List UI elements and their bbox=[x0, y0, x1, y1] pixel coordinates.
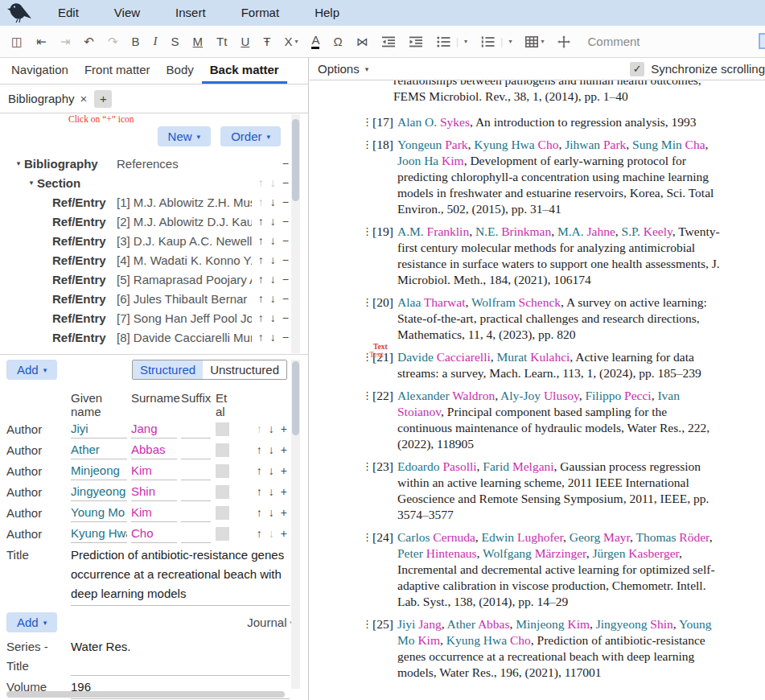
remove-icon[interactable]: − bbox=[282, 273, 289, 286]
remove-icon[interactable]: − bbox=[282, 253, 289, 266]
move-down-icon[interactable]: ↓ bbox=[270, 292, 276, 305]
tree-row-ref-entry[interactable]: Ref/Entry [4] M. Wadati K. Konno Y.I ↑ ↓… bbox=[0, 250, 308, 270]
given-name-input[interactable]: Jingyeong bbox=[71, 483, 127, 501]
move-up-icon[interactable]: ↑ bbox=[258, 253, 264, 266]
editor-scrollbar[interactable] bbox=[291, 360, 300, 689]
special-character-icon[interactable]: Ω bbox=[333, 35, 342, 47]
options-dropdown[interactable]: Options ▾ bbox=[318, 62, 368, 76]
tree-row-section[interactable]: ▾ Section ↑ ↓ − bbox=[0, 173, 308, 192]
move-down-icon[interactable]: ↓ bbox=[270, 273, 276, 286]
move-up-icon[interactable]: ↑ bbox=[258, 273, 264, 286]
reference-body[interactable]: Carlos Cernuda, Edwin Lughofer, Georg Ma… bbox=[397, 529, 721, 610]
series-title-input[interactable]: Water Res. bbox=[71, 637, 290, 676]
partial-button[interactable] bbox=[759, 33, 765, 49]
small-caps-icon[interactable]: M bbox=[193, 35, 204, 47]
menu-item[interactable]: Insert bbox=[158, 0, 224, 26]
tree-scrollbar-thumb[interactable] bbox=[292, 119, 299, 201]
add-field-button[interactable]: Add ▾ bbox=[6, 360, 57, 380]
add-author-icon[interactable]: + bbox=[281, 422, 287, 435]
reference-body[interactable]: A.M. Franklin, N.E. Brinkman, M.A. Jahne… bbox=[397, 224, 721, 288]
math-menu-button[interactable]: X ▾ bbox=[284, 35, 298, 47]
given-name-input[interactable]: Jiyi bbox=[71, 420, 127, 439]
drag-handle-icon[interactable]: ⋮ bbox=[362, 224, 372, 288]
italic-icon[interactable]: I bbox=[154, 35, 158, 47]
redo-icon[interactable]: ↷ bbox=[108, 35, 118, 47]
menu-item[interactable]: View bbox=[97, 0, 158, 26]
surname-input[interactable]: Jang bbox=[131, 420, 177, 439]
reference-body[interactable]: Alaa Tharwat, Wolfram Schenck, A survey … bbox=[397, 294, 721, 343]
indent-icon[interactable] bbox=[409, 36, 423, 47]
underline-icon[interactable]: U bbox=[241, 35, 249, 47]
tree-scrollbar[interactable] bbox=[291, 114, 300, 353]
move-up-icon[interactable]: ↑ bbox=[258, 311, 264, 324]
undo-icon[interactable]: ↶ bbox=[84, 35, 94, 47]
toggle-structured[interactable]: Structured bbox=[133, 360, 203, 379]
synchronize-scrolling-checkbox[interactable]: ✓ bbox=[630, 62, 644, 76]
move-down-icon[interactable]: ↓ bbox=[270, 253, 276, 266]
remove-icon[interactable]: − bbox=[282, 311, 289, 324]
remove-icon[interactable]: − bbox=[282, 234, 289, 247]
remove-icon[interactable]: − bbox=[282, 176, 289, 189]
tree-row-ref-entry[interactable]: Ref/Entry [5] Ramaprasad Poojary A ↑ ↓ − bbox=[0, 270, 308, 289]
new-button[interactable]: New ▾ bbox=[158, 126, 212, 146]
drag-handle-icon[interactable]: ⋮ bbox=[362, 616, 372, 681]
add-author-icon[interactable]: + bbox=[281, 527, 287, 540]
move-up-icon[interactable]: ↑ bbox=[257, 527, 262, 540]
tree-row-ref-entry[interactable]: Ref/Entry [1] M.J. Ablowitz Z.H. Mus ↑ ↓… bbox=[0, 192, 308, 212]
remove-icon[interactable]: − bbox=[282, 157, 289, 170]
add-tab-button[interactable]: + bbox=[94, 90, 112, 108]
et-al-checkbox[interactable] bbox=[216, 485, 229, 499]
remove-icon[interactable]: − bbox=[282, 196, 289, 208]
toggle-unstructured[interactable]: Unstructured bbox=[203, 360, 286, 379]
et-al-checkbox[interactable] bbox=[216, 443, 229, 457]
left-tab[interactable]: Back matter bbox=[202, 58, 287, 84]
chevron-down-icon[interactable]: ▾ bbox=[13, 159, 24, 167]
et-al-checkbox[interactable] bbox=[216, 527, 229, 541]
move-up-icon[interactable]: ↑ bbox=[258, 234, 264, 247]
move-tool-icon[interactable] bbox=[557, 35, 570, 48]
suffix-input[interactable] bbox=[181, 420, 211, 439]
drag-handle-icon[interactable]: ⋮ bbox=[362, 388, 372, 452]
suffix-input[interactable] bbox=[181, 483, 211, 501]
menu-item[interactable]: Edit bbox=[40, 0, 97, 26]
move-up-icon[interactable]: ↑ bbox=[258, 196, 264, 208]
left-tab[interactable]: Front matter bbox=[76, 58, 158, 84]
given-name-input[interactable]: Young Mo bbox=[71, 504, 127, 522]
suffix-input[interactable] bbox=[181, 504, 211, 522]
move-down-icon[interactable]: ↓ bbox=[270, 234, 276, 247]
move-up-icon[interactable]: ↑ bbox=[257, 506, 262, 519]
chevron-down-icon[interactable]: ▾ bbox=[26, 179, 37, 187]
close-icon[interactable]: × bbox=[80, 92, 88, 105]
et-al-checkbox[interactable] bbox=[216, 506, 229, 520]
move-up-icon[interactable]: ↑ bbox=[258, 215, 264, 228]
suffix-input[interactable] bbox=[181, 525, 211, 543]
suffix-input[interactable] bbox=[181, 462, 211, 480]
move-down-icon[interactable]: ↓ bbox=[270, 176, 276, 189]
tree-row-ref-entry[interactable]: Ref/Entry [3] D.J. Kaup A.C. Newell ↑ ↓ … bbox=[0, 231, 308, 250]
move-down-icon[interactable]: ↓ bbox=[269, 527, 274, 540]
text-size-icon[interactable]: Tt bbox=[216, 35, 227, 47]
move-down-icon[interactable]: ↓ bbox=[269, 506, 274, 519]
drag-handle-icon[interactable]: ⋮ bbox=[362, 114, 372, 130]
left-tab[interactable]: Body bbox=[158, 58, 202, 84]
surname-input[interactable]: Cho bbox=[131, 525, 177, 543]
go-first-icon[interactable]: ⇤ bbox=[36, 35, 47, 47]
sans-serif-icon[interactable]: S bbox=[171, 35, 179, 47]
reference-body[interactable]: Davide Cacciarelli, Murat Kulahci, Activ… bbox=[397, 349, 721, 381]
add-field-button-2[interactable]: Add ▾ bbox=[6, 612, 57, 632]
numbered-list-icon[interactable] bbox=[481, 36, 495, 47]
move-down-icon[interactable]: ↓ bbox=[270, 311, 276, 324]
remove-icon[interactable]: − bbox=[282, 215, 289, 228]
go-last-icon[interactable]: ⇥ bbox=[60, 35, 71, 47]
outdent-icon[interactable] bbox=[382, 36, 396, 47]
move-down-icon[interactable]: ↓ bbox=[270, 331, 276, 344]
given-name-input[interactable]: Ather bbox=[71, 441, 127, 459]
reference-body[interactable]: Edoardo Pasolli, Farid Melgani, Gaussian… bbox=[397, 459, 721, 523]
link-icon[interactable]: ⋈ bbox=[356, 35, 368, 47]
drag-handle-icon[interactable]: ⋮ bbox=[362, 529, 372, 610]
move-up-icon[interactable]: ↑ bbox=[258, 292, 264, 305]
move-down-icon[interactable]: ↓ bbox=[269, 485, 274, 498]
et-al-checkbox[interactable] bbox=[216, 422, 229, 436]
surname-input[interactable]: Abbas bbox=[131, 441, 177, 459]
move-up-icon[interactable]: ↑ bbox=[257, 464, 262, 477]
